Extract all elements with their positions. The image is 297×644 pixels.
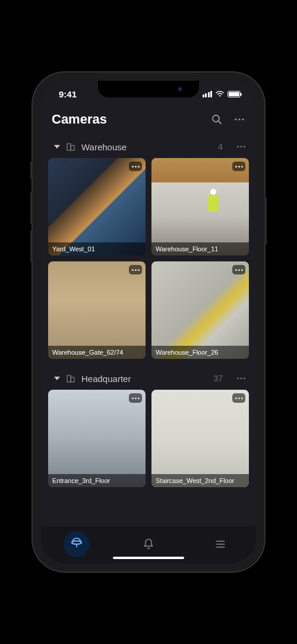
camera-group-warehouse: Warehouse 4 Yard_West_01: [48, 135, 249, 359]
svg-rect-11: [71, 377, 74, 382]
tile-more-button[interactable]: [129, 265, 142, 274]
svg-point-4: [242, 118, 244, 120]
camera-thumbnail: [151, 158, 249, 255]
camera-thumbnail: [48, 261, 146, 359]
chevron-down-icon: [54, 145, 60, 149]
camera-thumbnail: [151, 261, 249, 359]
cellular-signal-icon: [203, 91, 213, 97]
svg-point-14: [244, 378, 245, 380]
svg-point-3: [238, 118, 240, 120]
camera-label: Entrance_3rd_Floor: [48, 474, 146, 487]
svg-point-12: [237, 378, 239, 380]
group-count: 4: [218, 142, 223, 151]
camera-thumbnail: [151, 390, 249, 487]
status-time: 9:41: [59, 89, 77, 99]
camera-label: Warehouse_Floor_26: [151, 346, 249, 359]
svg-point-2: [235, 118, 236, 120]
power-button: [264, 197, 267, 245]
volume-down-button: [30, 230, 33, 263]
chevron-down-icon: [54, 377, 60, 380]
camera-label: Warehouse_Floor_11: [151, 242, 249, 255]
more-icon: [236, 141, 247, 152]
app-header: Cameras: [41, 107, 256, 135]
mute-switch: [30, 162, 33, 179]
camera-tile[interactable]: Warehouse_Floor_11: [151, 158, 249, 255]
search-icon: [211, 113, 223, 125]
camera-label: Staircase_West_2nd_Floor: [151, 474, 249, 487]
battery-icon: [228, 91, 241, 97]
tile-more-button[interactable]: [232, 162, 245, 171]
camera-thumbnail: [48, 158, 146, 255]
screen: 9:41 Cameras: [41, 81, 256, 563]
svg-point-13: [241, 378, 242, 380]
svg-rect-6: [71, 146, 74, 150]
group-count: 37: [213, 374, 223, 383]
wifi-icon: [215, 90, 225, 97]
group-title: Warehouse: [81, 142, 127, 152]
search-button[interactable]: [211, 113, 223, 125]
phone-frame: 9:41 Cameras: [33, 72, 264, 572]
camera-tile[interactable]: Staircase_West_2nd_Floor: [151, 390, 249, 487]
content-scroll[interactable]: Warehouse 4 Yard_West_01: [41, 135, 256, 526]
header-more-button[interactable]: [233, 113, 245, 125]
tab-cameras[interactable]: [64, 531, 90, 557]
building-icon: [66, 142, 75, 151]
svg-point-0: [213, 115, 219, 122]
svg-line-1: [219, 121, 221, 124]
bell-icon: [143, 538, 154, 550]
notch: [98, 81, 199, 97]
camera-tile[interactable]: Entrance_3rd_Floor: [48, 390, 146, 487]
svg-point-8: [241, 146, 242, 148]
tile-more-button[interactable]: [129, 393, 142, 403]
camera-tile[interactable]: Warehouse_Gate_62/74: [48, 261, 146, 359]
camera-grid: Entrance_3rd_Floor Staircase_West_2nd_Fl…: [48, 390, 249, 487]
more-icon: [236, 373, 247, 384]
camera-tile[interactable]: Warehouse_Floor_26: [151, 261, 249, 359]
status-indicators: [203, 90, 241, 97]
svg-point-9: [244, 146, 245, 148]
svg-point-7: [237, 146, 239, 148]
group-header[interactable]: Warehouse 4: [48, 135, 249, 158]
menu-icon: [214, 538, 226, 550]
tile-more-button[interactable]: [129, 162, 142, 171]
home-indicator[interactable]: [113, 557, 184, 559]
page-title: Cameras: [52, 112, 107, 127]
svg-rect-10: [67, 375, 71, 382]
camera-icon: [70, 538, 83, 551]
group-more-button[interactable]: [236, 141, 247, 152]
tab-notifications[interactable]: [135, 531, 162, 557]
svg-rect-5: [67, 144, 71, 150]
tab-menu[interactable]: [207, 531, 233, 557]
more-icon: [233, 113, 245, 125]
camera-label: Yard_West_01: [48, 242, 146, 255]
tile-more-button[interactable]: [232, 393, 245, 403]
building-icon: [66, 374, 75, 383]
camera-grid: Yard_West_01 Warehouse_Floor_11 Warehous…: [48, 158, 249, 359]
volume-up-button: [30, 191, 33, 224]
group-title: Headquarter: [81, 374, 131, 384]
camera-group-headquarter: Headquarter 37 Entrance_3rd_Floor: [48, 367, 249, 487]
camera-tile[interactable]: Yard_West_01: [48, 158, 146, 255]
group-header[interactable]: Headquarter 37: [48, 367, 249, 390]
group-more-button[interactable]: [236, 373, 247, 384]
front-camera: [178, 87, 182, 91]
camera-thumbnail: [48, 390, 146, 487]
camera-label: Warehouse_Gate_62/74: [48, 346, 146, 359]
tile-more-button[interactable]: [232, 265, 245, 274]
